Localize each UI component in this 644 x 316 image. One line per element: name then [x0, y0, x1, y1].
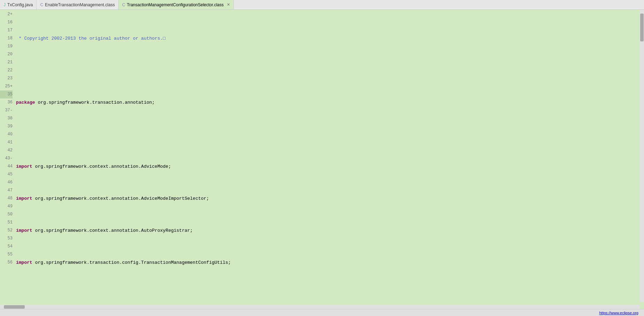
- ln-48: 48: [0, 195, 13, 203]
- ln-21: 21: [0, 58, 13, 66]
- ln-25: 25+: [0, 82, 13, 90]
- editor-area: 2+ 16 17 18 19 20 21 22 23 25+ 35 36 37-…: [0, 10, 644, 309]
- code-line-22: import org.springframework.transaction.c…: [16, 259, 644, 267]
- ln-45: 45: [0, 171, 13, 179]
- tab-enabletx[interactable]: C EnableTransactionManagement.class: [37, 0, 118, 9]
- code-line-16: [16, 66, 644, 74]
- code-area[interactable]: * Copyright 2002-2013 the original autho…: [15, 10, 644, 309]
- editor-container: J TxConfig.java C EnableTransactionManag…: [0, 0, 644, 316]
- scrollbar-thumb-vertical[interactable]: [640, 14, 644, 41]
- ln-42: 42: [0, 147, 13, 155]
- code-line-23: [16, 291, 644, 299]
- ln-20: 20: [0, 50, 13, 58]
- ln-52: 52: [0, 227, 13, 235]
- ln-23: 23: [0, 74, 13, 82]
- ln-39: 39: [0, 123, 13, 131]
- ln-50: 50: [0, 211, 13, 219]
- code-line-18: [16, 131, 644, 139]
- status-link[interactable]: https://www.eclipse.org: [599, 311, 639, 315]
- code-line-2: * Copyright 2002-2013 the original autho…: [16, 34, 644, 42]
- ln-51: 51: [0, 219, 13, 227]
- ln-35: 35: [0, 90, 13, 98]
- line-numbers: 2+ 16 17 18 19 20 21 22 23 25+ 35 36 37-…: [0, 10, 15, 309]
- ln-43: 43-: [0, 155, 13, 163]
- code-line-17: package org.springframework.transaction.…: [16, 98, 644, 106]
- ln-16: 16: [0, 18, 13, 26]
- tab-txconfig-label: TxConfig.java: [7, 2, 33, 7]
- tab-selector-label: TransactionManagementConfigurationSelect…: [127, 2, 224, 7]
- tab-selector-close[interactable]: ✕: [227, 2, 230, 7]
- ln-40: 40: [0, 131, 13, 139]
- ln-44: 44: [0, 163, 13, 171]
- tab-txconfig[interactable]: J TxConfig.java: [0, 0, 37, 9]
- code-line-20: import org.springframework.context.annot…: [16, 195, 644, 203]
- tab-selector-icon: C: [122, 2, 125, 7]
- ln-49: 49: [0, 203, 13, 211]
- ln-37: 37-: [0, 106, 13, 114]
- ln-38: 38: [0, 114, 13, 123]
- ln-17: 17: [0, 26, 13, 34]
- code-line-21: import org.springframework.context.annot…: [16, 227, 644, 235]
- tab-enabletx-icon: C: [40, 2, 43, 7]
- ln-53: 53: [0, 235, 13, 243]
- ln-18: 18: [0, 34, 13, 42]
- tab-selector[interactable]: C TransactionManagementConfigurationSele…: [118, 0, 233, 9]
- ln-54: 54: [0, 243, 13, 251]
- scrollbar-thumb-horizontal[interactable]: [4, 305, 25, 309]
- tab-enabletx-label: EnableTransactionManagement.class: [45, 2, 115, 7]
- ln-55: 55: [0, 251, 13, 259]
- scrollbar-horizontal[interactable]: [0, 305, 640, 309]
- ln-56: 56: [0, 259, 13, 267]
- scrollbar-vertical[interactable]: [640, 10, 644, 302]
- ln-36: 36: [0, 98, 13, 106]
- tab-txconfig-icon: J: [3, 2, 6, 7]
- ln-47: 47: [0, 187, 13, 195]
- ln-19: 19: [0, 42, 13, 50]
- ln-41: 41: [0, 139, 13, 147]
- ln-46: 46: [0, 179, 13, 187]
- ln-2: 2+: [0, 10, 13, 18]
- ln-22: 22: [0, 66, 13, 74]
- code-line-19: import org.springframework.context.annot…: [16, 163, 644, 171]
- tab-bar: J TxConfig.java C EnableTransactionManag…: [0, 0, 644, 10]
- status-bar: https://www.eclipse.org: [0, 309, 644, 316]
